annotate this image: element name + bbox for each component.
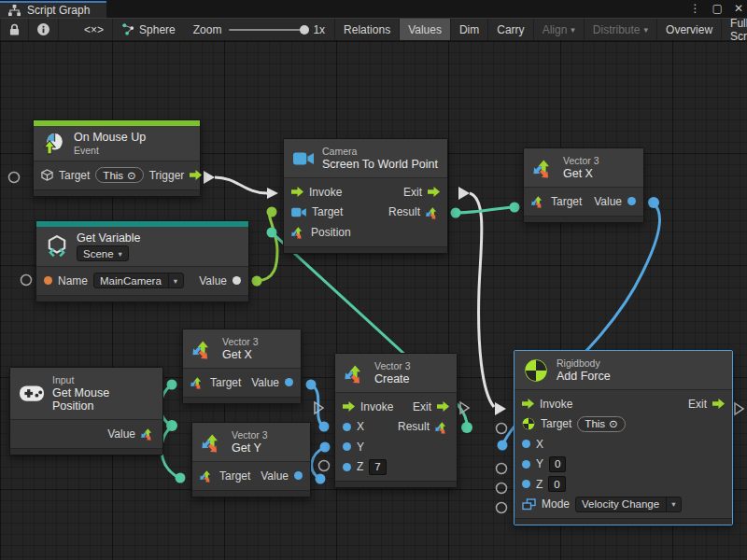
x-port[interactable] bbox=[522, 440, 530, 448]
node-title: Create bbox=[374, 372, 411, 385]
flow-arrow-icon[interactable] bbox=[428, 187, 440, 197]
target-label: Target bbox=[551, 195, 582, 208]
z-label: Z bbox=[536, 478, 543, 491]
node-get-y[interactable]: Vector 3 Get Y Target Value bbox=[191, 422, 311, 497]
script-graph-window: Script Graph ⋮ ▢ ✕ <×> Sphere Zoom bbox=[0, 0, 747, 560]
menu-kebab-icon[interactable]: ⋮ bbox=[690, 2, 701, 15]
code-icon: <×> bbox=[84, 23, 104, 36]
graph-breadcrumb[interactable]: Sphere bbox=[113, 19, 184, 40]
flow-arrow-icon[interactable] bbox=[522, 399, 534, 409]
vector3-icon[interactable] bbox=[200, 469, 214, 483]
rigidbody-icon[interactable] bbox=[522, 417, 535, 430]
node-create[interactable]: Vector 3 Create Invoke Exit X Result bbox=[334, 353, 458, 488]
tab-script-graph[interactable]: Script Graph bbox=[0, 1, 106, 18]
name-port[interactable] bbox=[44, 276, 52, 285]
node-get-variable[interactable]: Get Variable Scene ▾ Name MainCamera ▾ V… bbox=[35, 220, 249, 302]
vector3-icon bbox=[345, 362, 366, 384]
z-port[interactable] bbox=[522, 480, 530, 488]
node-kind: Vector 3 bbox=[232, 429, 268, 441]
dim-button[interactable]: Dim bbox=[451, 19, 488, 40]
target-this-button[interactable]: This ⊙ bbox=[95, 167, 143, 183]
zoom-value: 1x bbox=[313, 23, 325, 36]
node-kind: Input bbox=[52, 374, 153, 385]
sitemap-icon bbox=[7, 5, 21, 17]
y-label: Y bbox=[357, 441, 364, 454]
values-button[interactable]: Values bbox=[400, 19, 451, 40]
z-port[interactable] bbox=[343, 463, 351, 471]
align-button[interactable]: Align▾ bbox=[534, 19, 585, 40]
invoke-label: Invoke bbox=[540, 398, 572, 411]
vector3-icon[interactable] bbox=[531, 194, 545, 208]
invoke-label: Invoke bbox=[360, 400, 393, 413]
vector3-icon[interactable] bbox=[291, 225, 305, 239]
distribute-button[interactable]: Distribute▾ bbox=[585, 19, 657, 40]
target-this-button[interactable]: This ⊙ bbox=[577, 416, 625, 432]
close-icon[interactable]: ✕ bbox=[734, 2, 743, 15]
target-picker-icon: ⊙ bbox=[127, 169, 136, 182]
node-on-mouse-up[interactable]: On Mouse Up Event Target This ⊙ Trigger bbox=[33, 119, 201, 197]
vector3-icon[interactable] bbox=[426, 205, 440, 219]
z-value-field[interactable]: 7 bbox=[369, 459, 386, 475]
target-label: Target bbox=[210, 376, 241, 389]
target-label: Target bbox=[219, 469, 250, 483]
result-label: Result bbox=[398, 420, 430, 433]
node-get-x-top[interactable]: Vector 3 Get X Target Value bbox=[523, 147, 644, 223]
node-screen-to-world-point[interactable]: Camera Screen To World Point Invoke Exit… bbox=[283, 138, 448, 254]
x-label: X bbox=[357, 420, 364, 433]
vector3-icon[interactable] bbox=[141, 427, 155, 441]
maximize-icon[interactable]: ▢ bbox=[712, 2, 723, 15]
tab-title: Script Graph bbox=[27, 4, 90, 17]
carry-button[interactable]: Carry bbox=[488, 19, 533, 40]
value-port[interactable] bbox=[233, 276, 241, 285]
chevron-down-icon: ▾ bbox=[119, 249, 122, 259]
value-port[interactable] bbox=[627, 197, 636, 205]
value-port[interactable] bbox=[285, 378, 293, 386]
zoom-slider-thumb[interactable] bbox=[300, 25, 309, 35]
exit-label: Exit bbox=[413, 400, 431, 413]
chevron-down-icon: ▾ bbox=[571, 25, 575, 35]
flow-arrow-icon[interactable] bbox=[190, 170, 202, 180]
variable-name-dropdown[interactable]: MainCamera ▾ bbox=[93, 273, 184, 288]
value-port[interactable] bbox=[294, 471, 303, 480]
node-get-x-mid[interactable]: Vector 3 Get X Target Value bbox=[182, 329, 302, 404]
lock-button[interactable] bbox=[0, 19, 29, 40]
flow-arrow-icon[interactable] bbox=[343, 401, 355, 412]
z-value-field[interactable]: 0 bbox=[548, 476, 565, 492]
y-value-field[interactable]: 0 bbox=[549, 456, 566, 472]
mode-dropdown[interactable]: Velocity Change ▾ bbox=[575, 497, 682, 512]
node-title: Get Y bbox=[232, 441, 268, 455]
mode-enum-icon[interactable] bbox=[522, 498, 536, 511]
x-label: X bbox=[536, 438, 543, 451]
vector3-icon[interactable] bbox=[190, 375, 204, 389]
y-port[interactable] bbox=[343, 442, 351, 451]
scope-dropdown[interactable]: Scene ▾ bbox=[77, 245, 129, 261]
node-kind: Camera bbox=[322, 146, 438, 157]
y-port[interactable] bbox=[522, 460, 530, 469]
target-picker-icon: ⊙ bbox=[609, 417, 618, 430]
node-title: Screen To World Point bbox=[322, 158, 438, 171]
relations-button[interactable]: Relations bbox=[334, 19, 400, 40]
camera-icon[interactable] bbox=[291, 207, 306, 217]
info-icon bbox=[37, 23, 49, 35]
chevron-down-icon: ▾ bbox=[644, 25, 649, 35]
node-kind: Event bbox=[74, 145, 146, 156]
overview-button[interactable]: Overview bbox=[657, 19, 722, 40]
vector3-icon[interactable] bbox=[435, 420, 449, 434]
node-get-mouse-position[interactable]: Input Get Mouse Position Value bbox=[9, 367, 163, 455]
preview-code-button[interactable]: <×> bbox=[76, 19, 113, 40]
exit-label: Exit bbox=[403, 186, 422, 199]
flow-arrow-icon[interactable] bbox=[291, 187, 303, 197]
full-screen-button[interactable]: Full Screen bbox=[722, 19, 747, 40]
node-title: Get Mouse Position bbox=[52, 386, 153, 413]
info-button[interactable] bbox=[29, 19, 59, 40]
target-label: Target bbox=[59, 169, 90, 182]
x-port[interactable] bbox=[343, 423, 351, 431]
flow-arrow-icon[interactable] bbox=[437, 401, 449, 412]
zoom-slider[interactable] bbox=[229, 29, 305, 31]
zoom-label: Zoom bbox=[193, 23, 222, 36]
node-kind: Vector 3 bbox=[374, 360, 411, 371]
flow-arrow-icon[interactable] bbox=[712, 399, 725, 409]
node-add-force[interactable]: Rigidbody Add Force Invoke Exit Target T… bbox=[514, 350, 733, 525]
node-kind: Vector 3 bbox=[563, 155, 599, 166]
value-label: Value bbox=[261, 469, 289, 483]
